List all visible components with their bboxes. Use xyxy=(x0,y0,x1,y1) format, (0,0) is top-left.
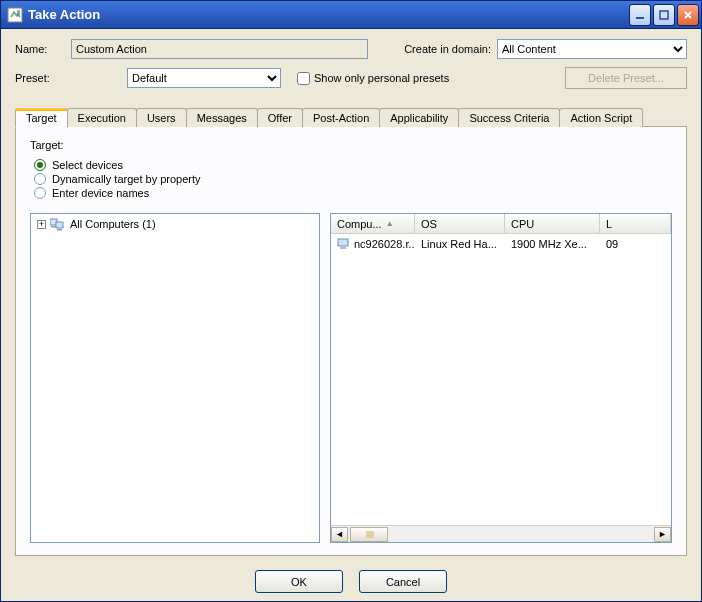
radio-select-devices-label: Select devices xyxy=(52,159,123,171)
column-os[interactable]: OS xyxy=(415,214,505,233)
cancel-button[interactable]: Cancel xyxy=(359,570,447,593)
svg-rect-11 xyxy=(340,247,346,249)
scroll-left-button[interactable]: ◄ xyxy=(331,527,348,542)
domain-select[interactable]: All Content xyxy=(497,39,687,59)
column-computer[interactable]: Compu... ▲ xyxy=(331,214,415,233)
name-label: Name: xyxy=(15,43,65,55)
name-input[interactable] xyxy=(71,39,368,59)
minimize-button[interactable] xyxy=(629,4,651,26)
titlebar[interactable]: Take Action xyxy=(1,1,701,29)
svg-rect-9 xyxy=(57,229,62,231)
tree-root-row[interactable]: + All Computers (1) xyxy=(31,214,319,234)
cell-os: Linux Red Ha... xyxy=(415,236,505,252)
list-header: Compu... ▲ OS CPU L xyxy=(331,214,671,234)
tab-messages[interactable]: Messages xyxy=(186,108,258,127)
svg-rect-8 xyxy=(51,226,56,228)
column-cpu[interactable]: CPU xyxy=(505,214,600,233)
title-text: Take Action xyxy=(28,7,100,22)
tab-users[interactable]: Users xyxy=(136,108,187,127)
show-personal-label: Show only personal presets xyxy=(314,72,449,84)
radio-enter-device-names-label: Enter device names xyxy=(52,187,149,199)
preset-label: Preset: xyxy=(15,72,65,84)
domain-label: Create in domain: xyxy=(404,43,491,55)
list-row[interactable]: nc926028.r... Linux Red Ha... 1900 MHz X… xyxy=(331,234,671,252)
app-icon xyxy=(7,7,23,23)
take-action-window: Take Action Name: Create in domain: All … xyxy=(0,0,702,602)
radio-select-devices[interactable]: Select devices xyxy=(34,159,672,171)
target-heading: Target: xyxy=(30,139,672,151)
tab-action-script[interactable]: Action Script xyxy=(559,108,643,127)
tabbar: Target Execution Users Messages Offer Po… xyxy=(15,108,687,127)
preset-select[interactable]: Default xyxy=(127,68,281,88)
close-button[interactable] xyxy=(677,4,699,26)
svg-rect-4 xyxy=(636,17,644,19)
scroll-thumb[interactable] xyxy=(350,527,388,542)
svg-rect-0 xyxy=(8,8,22,22)
list-pane[interactable]: Compu... ▲ OS CPU L xyxy=(330,213,672,543)
cell-last: 09 xyxy=(600,236,671,252)
list-body: nc926028.r... Linux Red Ha... 1900 MHz X… xyxy=(331,234,671,525)
tab-execution[interactable]: Execution xyxy=(67,108,137,127)
tree-pane[interactable]: + All Computers (1) xyxy=(30,213,320,543)
tab-applicability[interactable]: Applicability xyxy=(379,108,459,127)
radio-unselected-icon xyxy=(34,173,46,185)
chevron-right-icon: ► xyxy=(658,529,667,539)
sort-ascending-icon: ▲ xyxy=(386,219,394,228)
ok-button[interactable]: OK xyxy=(255,570,343,593)
show-personal-checkbox-input[interactable] xyxy=(297,72,310,85)
tab-target[interactable]: Target xyxy=(15,108,68,128)
tab-post-action[interactable]: Post-Action xyxy=(302,108,380,127)
cell-cpu: 1900 MHz Xe... xyxy=(505,236,600,252)
chevron-left-icon: ◄ xyxy=(335,529,344,539)
tree-expand-icon[interactable]: + xyxy=(37,220,46,229)
svg-rect-7 xyxy=(56,222,63,228)
radio-dynamic-target-label: Dynamically target by property xyxy=(52,173,201,185)
horizontal-scrollbar[interactable]: ◄ ► xyxy=(331,525,671,542)
scroll-track[interactable] xyxy=(348,527,654,542)
column-last[interactable]: L xyxy=(600,214,671,233)
title: Take Action xyxy=(7,7,629,23)
maximize-button[interactable] xyxy=(653,4,675,26)
scroll-right-button[interactable]: ► xyxy=(654,527,671,542)
tab-panel-target: Target: Select devices Dynamically targe… xyxy=(15,126,687,556)
radio-unselected-icon xyxy=(34,187,46,199)
radio-dynamic-target[interactable]: Dynamically target by property xyxy=(34,173,672,185)
tree-root-label: All Computers (1) xyxy=(70,218,156,230)
show-personal-checkbox[interactable]: Show only personal presets xyxy=(297,72,449,85)
computer-icon xyxy=(337,238,351,250)
tab-success-criteria[interactable]: Success Criteria xyxy=(458,108,560,127)
radio-enter-device-names[interactable]: Enter device names xyxy=(34,187,672,199)
radio-selected-icon xyxy=(34,159,46,171)
svg-rect-10 xyxy=(338,239,348,246)
cell-computer: nc926028.r... xyxy=(354,238,415,250)
svg-rect-5 xyxy=(660,11,668,19)
tab-offer[interactable]: Offer xyxy=(257,108,303,127)
computer-group-icon xyxy=(50,217,66,231)
delete-preset-button: Delete Preset... xyxy=(565,67,687,89)
